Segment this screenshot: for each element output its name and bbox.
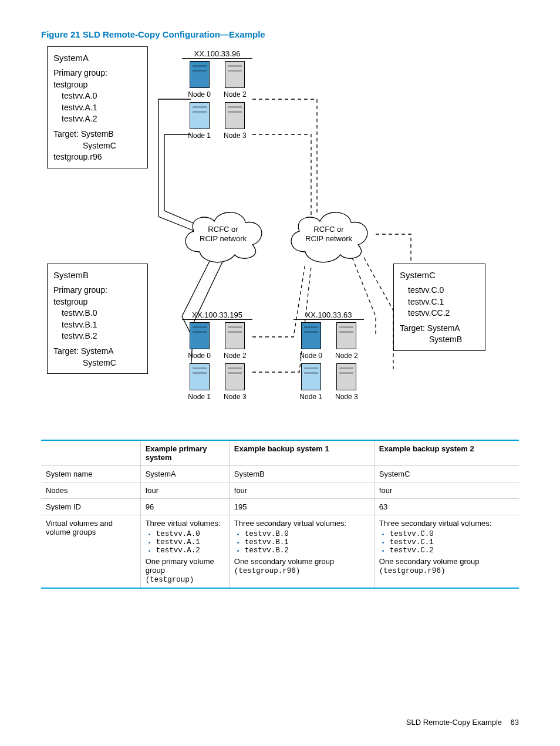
server-icon <box>336 363 356 390</box>
vol-outro1: One primary volume group <box>146 557 214 575</box>
node-label: Node 0 <box>188 90 211 99</box>
figure-title: Figure 21 SLD Remote-Copy Configuration—… <box>41 29 519 39</box>
system-b-group-name: testgroup <box>53 296 141 308</box>
vol-item: testvv.A.0 <box>156 530 224 538</box>
vol-outro2: (testgroup) <box>146 576 194 584</box>
system-c-name: SystemC <box>400 269 479 281</box>
footer-page: 63 <box>511 718 519 727</box>
cell: four <box>229 482 374 499</box>
cluster-system-a: XX.100.33.96 Node 0 Node 2 Node 1 Node 3 <box>182 49 252 140</box>
vol-item: testvv.B.1 <box>245 538 369 546</box>
diagram-container: SystemA Primary group: testgroup testvv.… <box>47 46 458 422</box>
node-label: Node 0 <box>188 352 211 360</box>
system-b-box: SystemB Primary group: testgroup testvv.… <box>47 264 148 374</box>
node-label: Node 2 <box>224 90 247 99</box>
spec-table: Example primary system Example backup sy… <box>41 440 519 589</box>
vol-item: testvv.B.0 <box>245 530 369 538</box>
cluster-a-ip: XX.100.33.96 <box>182 49 252 59</box>
system-c-vol: testvv.C.0 <box>400 285 479 296</box>
node-label: Node 2 <box>224 352 247 360</box>
vol-outro1: One secondary volume group <box>379 557 480 566</box>
cluster-system-b: XX.100.33.195 Node 0 Node 2 Node 1 Node … <box>182 310 252 401</box>
cluster-c-ip: XX.100.33.63 <box>294 310 364 320</box>
system-a-extra: testgroup.r96 <box>53 151 141 163</box>
server-icon <box>301 363 321 390</box>
cell: SystemC <box>374 466 519 482</box>
server-icon <box>190 363 210 390</box>
system-c-box: SystemC testvv.C.0 testvv.C.1 testvv.CC.… <box>393 264 485 351</box>
vol-intro: Three virtual volumes: <box>146 519 221 528</box>
system-a-vol: testvv.A.1 <box>53 102 141 114</box>
server-icon <box>225 61 245 88</box>
cloud-text-1: RCFC or <box>208 225 238 234</box>
th-primary: Example primary system <box>140 440 229 466</box>
cell: 195 <box>229 499 374 515</box>
system-c-target2: SystemB <box>400 334 479 346</box>
system-a-target1: Target: SystemB <box>53 129 141 140</box>
system-b-vol: testvv.B.1 <box>53 319 141 331</box>
system-b-target1: Target: SystemA <box>53 346 141 357</box>
th-backup1: Example backup system 1 <box>229 440 374 466</box>
system-b-vol: testvv.B.0 <box>53 308 141 319</box>
server-icon <box>190 102 210 129</box>
vol-item: testvv.C.0 <box>390 530 514 538</box>
vol-item: testvv.C.1 <box>390 538 514 546</box>
system-a-name: SystemA <box>53 52 141 64</box>
server-icon <box>336 322 356 349</box>
node-label: Node 0 <box>299 352 322 360</box>
server-icon <box>225 102 245 129</box>
system-a-box: SystemA Primary group: testgroup testvv.… <box>47 46 148 168</box>
vol-item: testvv.B.2 <box>245 546 369 555</box>
server-icon <box>225 363 245 390</box>
vol-outro1: One secondary volume group <box>234 557 335 566</box>
vol-intro: Three secondary virtual volumes: <box>379 519 491 528</box>
server-icon <box>225 322 245 349</box>
footer-title: SLD Remote-Copy Example <box>406 718 502 727</box>
cloud-text-1: RCFC or <box>313 225 343 234</box>
cloud-text-2: RCIP network <box>305 234 352 243</box>
vol-outro2: (testgroup.r96) <box>379 567 446 575</box>
node-label: Node 1 <box>299 393 322 401</box>
system-b-target2: SystemC <box>53 357 141 369</box>
cluster-b-ip: XX.100.33.195 <box>182 310 252 320</box>
vol-item: testvv.C.2 <box>390 546 514 555</box>
row-label: System name <box>41 466 140 482</box>
cell: 96 <box>140 499 229 515</box>
system-a-group-name: testgroup <box>53 79 141 91</box>
system-b-group-label: Primary group: <box>53 285 141 296</box>
cell: four <box>140 482 229 499</box>
system-a-vol: testvv.A.0 <box>53 90 141 102</box>
cluster-system-c: XX.100.33.63 Node 0 Node 2 Node 1 Node 3 <box>294 310 364 401</box>
system-a-group-label: Primary group: <box>53 67 141 79</box>
server-icon <box>190 61 210 88</box>
node-label: Node 2 <box>335 352 358 360</box>
system-c-target1: Target: SystemA <box>400 323 479 335</box>
th-blank <box>41 440 140 466</box>
system-a-target2: SystemC <box>53 140 141 152</box>
cell: four <box>374 482 519 499</box>
system-c-vol: testvv.C.1 <box>400 296 479 308</box>
server-icon <box>301 322 321 349</box>
cell: SystemB <box>229 466 374 482</box>
system-b-vol: testvv.B.2 <box>53 330 141 342</box>
vol-intro: Three secondary virtual volumes: <box>234 519 346 528</box>
cloud-text-2: RCIP network <box>200 234 247 243</box>
system-b-name: SystemB <box>53 269 141 281</box>
vol-item: testvv.A.2 <box>156 546 224 555</box>
system-c-vol: testvv.CC.2 <box>400 308 479 319</box>
node-label: Node 3 <box>335 393 358 401</box>
row-label: Virtual volumes and volume groups <box>41 515 140 589</box>
page-footer: SLD Remote-Copy Example 63 <box>41 718 519 727</box>
server-icon <box>190 322 210 349</box>
node-label: Node 1 <box>188 131 211 140</box>
cloud-network-right: RCFC or RCIP network <box>282 205 376 264</box>
cell-vol-primary: Three virtual volumes: testvv.A.0 testvv… <box>140 515 229 589</box>
node-label: Node 3 <box>224 393 247 401</box>
vol-outro2: (testgroup.r96) <box>234 567 301 575</box>
cell: 63 <box>374 499 519 515</box>
vol-item: testvv.A.1 <box>156 538 224 546</box>
node-label: Node 1 <box>188 393 211 401</box>
node-label: Node 3 <box>224 131 247 140</box>
cell-vol-b1: Three secondary virtual volumes: testvv.… <box>229 515 374 589</box>
system-a-vol: testvv.A.2 <box>53 113 141 125</box>
